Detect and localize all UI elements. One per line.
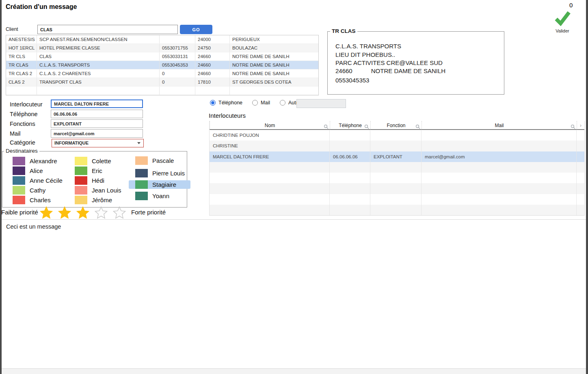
client-table-cell-code (6, 86, 37, 95)
destinataire-je-ro-me[interactable]: Jérôme (75, 196, 121, 204)
star-filled-icon[interactable] (58, 206, 71, 220)
other-contact-input[interactable] (296, 99, 346, 108)
client-table-row[interactable]: ANESTESISSCP ANEST.REAN.SEMENON/CLASSEN2… (6, 35, 318, 44)
interlocuteur-row[interactable] (210, 173, 584, 183)
interlocuteur-cell-nom: MARCEL DALTON FRERE (210, 151, 330, 162)
client-table-row[interactable]: TR CLSCLAS055303313124660NOTRE DAME DE S… (6, 52, 318, 61)
telephone-input[interactable] (51, 110, 143, 118)
interlocuteur-row[interactable]: CHRISTINE (210, 141, 584, 151)
color-swatch-icon (135, 156, 148, 165)
client-details-legend: TR CLAS (330, 28, 357, 34)
interlocuteur-cell-mail (422, 141, 577, 151)
client-table-row[interactable]: CLAS 2TRANSPORT CLAS017810ST GEORGES DES… (6, 78, 318, 86)
client-table-cell-phone (160, 35, 195, 43)
page-title: Création d'un message (6, 3, 77, 11)
column-header-mail[interactable]: Mail (422, 121, 577, 130)
interlocuteur-row[interactable] (210, 205, 584, 215)
search-icon[interactable] (571, 123, 575, 132)
interlocuteur-row[interactable]: MARCEL DALTON FRERE06.06.06.06EXPLOITANT… (210, 151, 584, 162)
client-table-cell-city: PERIGUEUX (230, 35, 319, 43)
telephone-label: Téléphone (10, 111, 38, 117)
destinataire-label: Stagiaire (152, 181, 176, 188)
interlocuteur-cell-filler (577, 130, 584, 141)
client-details-address2: PARC ACTIVITES CRE@VALLEE SUD (335, 59, 443, 66)
interlocuteur-row[interactable] (210, 162, 584, 173)
destinataire-charles[interactable]: Charles (13, 196, 63, 204)
radio-button-icon[interactable] (280, 100, 285, 106)
client-table-cell-cp: 24660 (195, 61, 230, 69)
go-button[interactable]: GO (180, 25, 212, 34)
search-icon[interactable] (364, 123, 369, 132)
destinataire-pascale[interactable]: Pascale (135, 156, 185, 165)
client-table-cell-name (37, 86, 160, 95)
client-table-cell-phone: 0553045353 (160, 61, 195, 69)
interlocuteur-cell-filler (577, 141, 584, 151)
fonctions-label: Fonctions (10, 121, 35, 127)
mail-input[interactable] (51, 129, 143, 138)
interlocuteur-cell-nom (210, 194, 330, 205)
window-border-right (586, 0, 588, 374)
client-results-table: ANESTESISSCP ANEST.REAN.SEMENON/CLASSEN2… (6, 35, 319, 95)
interlocuteur-cell-mail (422, 162, 577, 173)
search-icon[interactable] (415, 123, 420, 132)
star-filled-icon[interactable] (76, 206, 90, 220)
interlocuteur-row[interactable] (210, 194, 584, 205)
client-table-cell-phone: 0553033131 (160, 52, 195, 61)
client-table-row[interactable]: TR CLASC.L.A.S. TRANSPORTS05530453532466… (6, 61, 318, 69)
destinataire-alexandre[interactable]: Alexandre (13, 157, 63, 165)
destinataire-stagiaire[interactable]: Stagiaire (129, 180, 190, 189)
radio-telephone[interactable]: Téléphone (210, 100, 242, 106)
interlocuteur-cell-fonction (370, 162, 422, 173)
destinataire-he-di[interactable]: Hédi (75, 176, 121, 185)
radio-mail[interactable]: Mail (252, 100, 270, 106)
star-empty-icon[interactable] (112, 206, 126, 220)
client-table-row[interactable]: TR CLAS 2C.L.A.S. 2 CHARENTES024660NOTRE… (6, 69, 318, 78)
destinataire-label: Jean Louis (92, 187, 121, 194)
destinataire-anne-ce-cile[interactable]: Anne Cécile (13, 176, 63, 185)
client-table-cell-city: NOTRE DAME DE SANILH (230, 52, 319, 61)
interlocuteur-cell-fonction: EXPLOITANT (370, 151, 422, 162)
column-header-telephone[interactable]: Téléphone (330, 121, 370, 130)
categorie-value: INFORMATIQUE (54, 141, 89, 145)
interlocuteur-row[interactable] (210, 183, 584, 194)
destinataires-column-2: ColetteEricHédiJean LouisJérôme (75, 157, 121, 204)
destinataire-yoann[interactable]: Yoann (135, 192, 185, 200)
client-table-cell-cp: 24660 (195, 52, 230, 61)
radio-button-icon[interactable] (210, 100, 216, 106)
fonctions-input[interactable] (51, 119, 143, 128)
interlocuteur-input[interactable] (51, 99, 143, 108)
destinataire-cathy[interactable]: Cathy (13, 186, 63, 195)
client-search-input[interactable] (37, 25, 178, 34)
client-table-cell-cp (195, 86, 230, 95)
client-table-cell-phone: 0 (160, 78, 195, 86)
interlocuteur-cell-nom (210, 183, 330, 194)
destinataire-pierre-louis[interactable]: Pierre Louis (135, 169, 185, 177)
destinataire-jean-louis[interactable]: Jean Louis (75, 186, 121, 195)
validate-button[interactable]: Valider (549, 11, 576, 33)
message-textarea[interactable]: Ceci est un message (1, 219, 586, 369)
interlocuteur-cell-mail (422, 183, 577, 194)
search-icon[interactable] (324, 123, 329, 132)
categorie-dropdown[interactable]: INFORMATIQUE (52, 139, 144, 147)
contact-type-radio-group: TéléphoneMailAutre (210, 100, 300, 106)
destinataire-eric[interactable]: Eric (75, 166, 121, 175)
destinataire-label: Colette (92, 158, 111, 164)
interlocuteur-cell-mail (422, 130, 577, 141)
client-table-cell-code: CLAS 2 (6, 78, 37, 86)
interlocuteur-cell-filler (577, 194, 584, 205)
interlocuteur-row[interactable]: CHRIDTINE POUJON (210, 130, 584, 141)
interlocuteur-cell-nom: CHRIDTINE POUJON (210, 130, 330, 141)
destinataire-colette[interactable]: Colette (75, 157, 121, 165)
color-swatch-icon (75, 176, 87, 185)
interlocuteur-cell-nom (210, 162, 330, 173)
column-header-fonction[interactable]: Fonction (370, 121, 422, 130)
star-filled-icon[interactable] (39, 206, 53, 220)
star-empty-icon[interactable] (94, 206, 108, 220)
header-expand-chevron-icon[interactable]: › (577, 121, 584, 130)
client-table-row[interactable]: HOT 1ERCLHOTEL PREMIERE CLASSE0553071755… (6, 44, 318, 52)
radio-button-icon[interactable] (252, 100, 258, 106)
destinataire-label: Pascale (152, 157, 174, 164)
client-table-row[interactable] (6, 86, 318, 95)
destinataire-alice[interactable]: Alice (13, 166, 63, 175)
column-header-nom[interactable]: Nom (210, 121, 330, 130)
